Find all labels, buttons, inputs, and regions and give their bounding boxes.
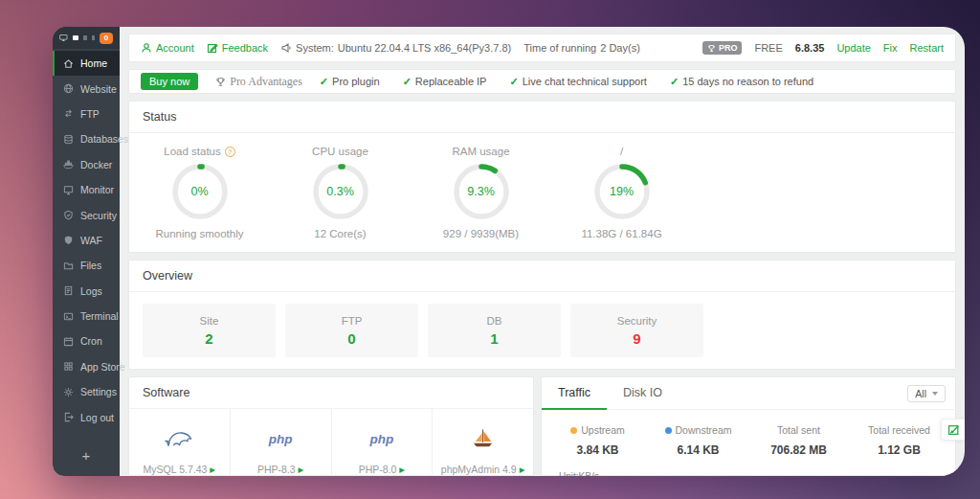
indicator-square — [92, 35, 95, 40]
transfer-icon — [63, 108, 74, 119]
software-item-phpmyadmin[interactable]: phpMyAdmin 4.9▶ — [433, 409, 533, 475]
sidebar-item-monitor[interactable]: Monitor — [53, 177, 120, 202]
overview-card-security[interactable]: Security 9 — [570, 304, 703, 357]
uptime-value: 2 Day(s) — [600, 42, 640, 54]
uptime: Time of running2 Day(s) — [523, 42, 640, 54]
monitor-icon — [63, 185, 74, 195]
announcement-icon — [280, 42, 292, 54]
sidebar-item-security[interactable]: Security — [53, 202, 120, 227]
stat-total-sent: Total sent 706.82 MB — [748, 424, 849, 457]
pro-advantages-label: Pro Advantages — [230, 75, 302, 89]
indicator-pill — [73, 35, 79, 40]
card-label: Security — [617, 315, 657, 327]
upstream-dot-icon — [570, 427, 577, 434]
software-item-php83[interactable]: php PHP-8.3▶ — [231, 409, 332, 475]
notification-badge[interactable]: 0 — [100, 33, 113, 44]
trophy-icon — [707, 44, 716, 53]
stat-downstream: Downstream 6.14 KB — [648, 424, 748, 457]
uptime-label: Time of running — [523, 42, 596, 54]
edit-fab-button[interactable] — [941, 419, 965, 441]
sidebar-item-label: FTP — [80, 108, 100, 120]
running-play-icon: ▶ — [299, 465, 304, 474]
software-name: MySQL 5.7.43 — [144, 464, 208, 475]
sidebar-item-waf[interactable]: WAF — [53, 228, 120, 253]
indicator-square — [83, 35, 86, 40]
sidebar-item-logout[interactable]: Log out — [53, 404, 120, 429]
gauge-disk-root: / 19% 11.38G / 61.84G — [551, 144, 692, 239]
overview-card-db[interactable]: DB 1 — [428, 304, 561, 357]
running-play-icon: ▶ — [210, 465, 215, 474]
sidebar-item-ftp[interactable]: FTP — [53, 102, 120, 126]
traffic-stats: Upstream 3.84 KB Downstream 6.14 KB Tota… — [542, 410, 955, 457]
account-link[interactable]: Account — [141, 42, 194, 54]
feature-item: ✓Pro plugin — [320, 76, 380, 88]
buy-now-button[interactable]: Buy now — [141, 73, 198, 90]
sidebar-item-website[interactable]: Website — [53, 76, 120, 101]
software-item-php80[interactable]: php PHP-8.0▶ — [332, 409, 434, 475]
gauge-label: CPU usage — [312, 146, 368, 157]
sidebar-item-cron[interactable]: Cron — [53, 329, 120, 353]
sidebar-item-files[interactable]: Files — [53, 253, 120, 278]
sidebar-item-label: App Store — [80, 361, 125, 373]
sidebar-item-settings[interactable]: Settings — [53, 379, 120, 404]
sidebar-item-label: Website — [80, 83, 117, 95]
overview-card-ftp[interactable]: FTP 0 — [285, 304, 418, 357]
grid-icon — [63, 361, 74, 372]
gauge-cpu-usage: CPU usage 0.3% 12 Core(s) — [270, 144, 411, 239]
top-bar: Account Feedback System: Ubuntu 22.04.4 … — [128, 34, 956, 62]
fix-link[interactable]: Fix — [883, 42, 898, 54]
feature-label: Replaceable IP — [415, 76, 487, 87]
stat-label: Total received — [868, 424, 930, 436]
overview-card-site[interactable]: Site 2 — [143, 304, 276, 357]
sidebar-item-label: Log out — [80, 412, 114, 423]
sidebar-item-label: Home — [80, 57, 107, 69]
pro-badge-label: PRO — [719, 43, 738, 53]
card-value[interactable]: 9 — [633, 330, 640, 347]
update-link[interactable]: Update — [836, 42, 870, 54]
gauge-percent: 0% — [170, 162, 230, 221]
filter-value: All — [915, 388, 926, 399]
sidebar-item-label: Databases — [80, 133, 128, 145]
sidebar-item-home[interactable]: Home — [53, 51, 120, 76]
card-value[interactable]: 1 — [490, 330, 498, 347]
gauge-ram-usage: RAM usage 9.3% 929 / 9939(MB) — [411, 144, 551, 239]
sidebar-item-label: Settings — [80, 386, 117, 397]
sidebar-item-label: Files — [80, 260, 101, 271]
check-icon: ✓ — [403, 76, 412, 88]
software-item-mysql[interactable]: MySQL 5.7.43▶ — [129, 409, 231, 475]
traffic-tabs: Traffic Disk IO All — [542, 377, 955, 410]
status-panel: Status Load status ? 0% Running smoothly — [128, 101, 956, 253]
gauge-percent: 19% — [592, 162, 652, 221]
docker-whale-icon — [63, 159, 74, 170]
mysql-dolphin-icon — [165, 425, 193, 452]
sidebar-item-logs[interactable]: Logs — [53, 279, 120, 304]
sidebar-add-button[interactable]: + — [53, 434, 120, 476]
person-icon — [141, 42, 152, 54]
software-name: phpMyAdmin 4.9 — [441, 464, 517, 475]
tab-disk-io[interactable]: Disk IO — [607, 377, 679, 410]
sidebar-item-terminal[interactable]: Terminal — [53, 304, 120, 329]
version-number: 6.8.35 — [795, 42, 825, 54]
sidebar-item-databases[interactable]: Databases — [53, 126, 120, 151]
stat-label: Upstream — [581, 424, 625, 436]
sidebar-item-docker[interactable]: Docker — [53, 152, 120, 177]
feedback-link[interactable]: Feedback — [207, 42, 268, 54]
traffic-panel: Traffic Disk IO All Upstream 3.84 KB Dow… — [541, 376, 956, 476]
traffic-filter-select[interactable]: All — [907, 385, 946, 402]
help-icon[interactable]: ? — [225, 147, 235, 157]
gauge-sublabel: 929 / 9939(MB) — [443, 228, 519, 239]
card-value[interactable]: 2 — [205, 330, 212, 347]
system-info: System: Ubuntu 22.04.4 LTS x86_64(Py3.7.… — [280, 42, 511, 54]
pro-badge[interactable]: PRO — [702, 41, 743, 55]
overview-panel: Overview Site 2 FTP 0 DB 1 Security 9 — [128, 260, 956, 370]
terminal-icon — [63, 311, 74, 322]
sidebar: 0 Home Website FTP Databases Docker — [53, 27, 120, 476]
status-gauges: Load status ? 0% Running smoothly CPU us… — [129, 133, 955, 252]
tab-traffic[interactable]: Traffic — [542, 377, 607, 410]
chart-unit-label: Unit:KB/s — [559, 471, 955, 476]
sidebar-item-app-store[interactable]: App Store — [53, 354, 120, 379]
restart-link[interactable]: Restart — [910, 42, 944, 54]
promo-bar: Buy now Pro Advantages ✓Pro plugin ✓Repl… — [128, 69, 956, 94]
monitor-logo-icon — [59, 33, 68, 43]
card-value[interactable]: 0 — [347, 330, 355, 347]
